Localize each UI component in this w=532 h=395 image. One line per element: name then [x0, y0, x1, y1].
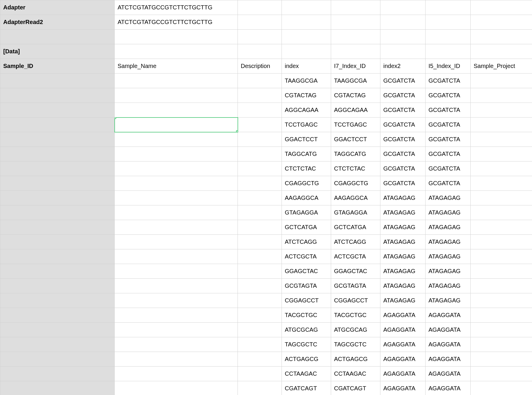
cell[interactable]: ATAGAGAG — [380, 235, 426, 249]
cell[interactable] — [115, 44, 238, 59]
cell[interactable]: ATAGAGAG — [380, 249, 426, 264]
cell[interactable]: GCGATCTA — [426, 88, 471, 103]
cell[interactable] — [0, 381, 115, 395]
cell[interactable]: CCTAAGAC — [331, 367, 380, 381]
cell[interactable]: CGATCAGT — [282, 381, 331, 395]
cell[interactable]: TCCTGAGC — [282, 118, 331, 132]
cell[interactable]: ACTGAGCG — [282, 352, 331, 367]
cell[interactable] — [331, 15, 380, 30]
cell[interactable]: Description — [238, 59, 282, 74]
cell[interactable] — [426, 44, 471, 59]
cell[interactable] — [238, 293, 282, 308]
cell[interactable] — [380, 15, 426, 30]
cell[interactable] — [115, 205, 238, 220]
cell[interactable] — [115, 132, 238, 147]
cell[interactable] — [331, 44, 380, 59]
cell[interactable] — [238, 249, 282, 264]
cell[interactable] — [471, 118, 532, 132]
cell[interactable] — [471, 323, 532, 337]
cell[interactable]: Adapter — [0, 0, 115, 15]
cell[interactable] — [471, 15, 532, 30]
cell[interactable] — [471, 88, 532, 103]
cell[interactable] — [471, 205, 532, 220]
cell[interactable]: ATAGAGAG — [426, 249, 471, 264]
cell[interactable] — [115, 191, 238, 205]
cell[interactable] — [0, 176, 115, 191]
cell[interactable]: ATAGAGAG — [426, 191, 471, 205]
cell[interactable]: GGAGCTAC — [282, 264, 331, 279]
cell[interactable] — [0, 235, 115, 249]
cell[interactable] — [0, 293, 115, 308]
cell[interactable] — [471, 367, 532, 381]
cell[interactable] — [0, 264, 115, 279]
spreadsheet-table[interactable]: AdapterATCTCGTATGCCGTCTTCTGCTTGAdapterRe… — [0, 0, 532, 395]
cell[interactable]: GCTCATGA — [282, 220, 331, 235]
cell[interactable]: ATCTCAGG — [282, 235, 331, 249]
cell[interactable] — [238, 74, 282, 88]
cell[interactable]: TAGGCATG — [331, 147, 380, 161]
cell[interactable]: ATCTCGTATGCCGTCTTCTGCTTG — [115, 15, 238, 30]
cell[interactable] — [238, 147, 282, 161]
cell[interactable] — [471, 264, 532, 279]
cell[interactable]: AGAGGATA — [380, 352, 426, 367]
cell[interactable]: ATAGAGAG — [426, 205, 471, 220]
cell[interactable]: AAGAGGCA — [282, 191, 331, 205]
cell[interactable]: GCGTAGTA — [331, 279, 380, 293]
cell[interactable] — [471, 235, 532, 249]
cell[interactable] — [0, 88, 115, 103]
cell[interactable]: ATAGAGAG — [380, 293, 426, 308]
cell[interactable]: GCGTAGTA — [282, 279, 331, 293]
cell[interactable] — [0, 220, 115, 235]
cell[interactable] — [282, 30, 331, 44]
cell[interactable] — [426, 30, 471, 44]
cell[interactable]: CGAGGCTG — [282, 176, 331, 191]
cell[interactable] — [238, 381, 282, 395]
cell[interactable] — [115, 161, 238, 176]
cell[interactable]: [Data] — [0, 44, 115, 59]
cell[interactable] — [471, 176, 532, 191]
cell[interactable]: GCGATCTA — [426, 132, 471, 147]
cell[interactable]: AGAGGATA — [426, 308, 471, 323]
cell[interactable]: AGAGGATA — [426, 367, 471, 381]
cell[interactable] — [115, 88, 238, 103]
cell[interactable]: ATCTCAGG — [331, 235, 380, 249]
cell[interactable]: AGGCAGAA — [282, 103, 331, 118]
cell[interactable]: TAAGGCGA — [331, 74, 380, 88]
cell[interactable]: AdapterRead2 — [0, 15, 115, 30]
cell[interactable] — [471, 103, 532, 118]
cell[interactable] — [238, 352, 282, 367]
cell[interactable] — [0, 308, 115, 323]
cell[interactable]: ATAGAGAG — [426, 220, 471, 235]
cell[interactable] — [238, 191, 282, 205]
cell[interactable] — [0, 249, 115, 264]
cell[interactable] — [115, 249, 238, 264]
cell[interactable] — [115, 147, 238, 161]
cell[interactable]: CGATCAGT — [331, 381, 380, 395]
cell[interactable] — [0, 161, 115, 176]
cell[interactable]: AGGCAGAA — [331, 103, 380, 118]
cell[interactable]: ATAGAGAG — [380, 279, 426, 293]
cell[interactable]: ACTCGCTA — [331, 249, 380, 264]
cell[interactable] — [115, 323, 238, 337]
cell[interactable]: AGAGGATA — [426, 323, 471, 337]
cell[interactable] — [380, 30, 426, 44]
cell[interactable]: GCGATCTA — [426, 103, 471, 118]
cell[interactable]: GCGATCTA — [426, 118, 471, 132]
cell[interactable] — [471, 249, 532, 264]
cell[interactable] — [115, 381, 238, 395]
cell[interactable] — [471, 161, 532, 176]
cell[interactable] — [471, 74, 532, 88]
cell[interactable] — [238, 161, 282, 176]
cell[interactable]: ATGCGCAG — [331, 323, 380, 337]
cell[interactable] — [115, 103, 238, 118]
cell[interactable]: GCGATCTA — [380, 118, 426, 132]
cell[interactable] — [471, 147, 532, 161]
cell[interactable] — [0, 352, 115, 367]
cell[interactable] — [282, 0, 331, 15]
cell[interactable]: GCGATCTA — [426, 147, 471, 161]
cell[interactable]: I5_Index_ID — [426, 59, 471, 74]
cell[interactable] — [282, 44, 331, 59]
cell[interactable] — [238, 118, 282, 132]
cell[interactable]: GTAGAGGA — [331, 205, 380, 220]
cell[interactable]: AGAGGATA — [380, 337, 426, 352]
